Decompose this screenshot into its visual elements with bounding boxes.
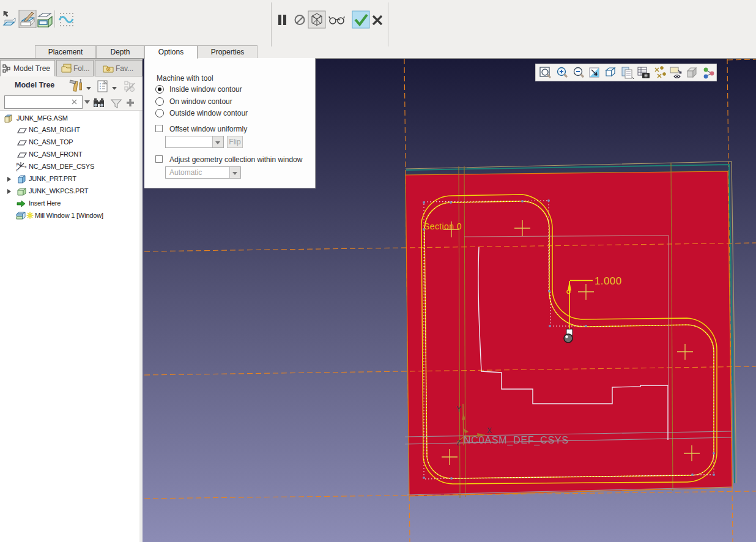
svg-text:x: x	[24, 165, 27, 169]
svg-text:NC0ASM_DEF_CSYS: NC0ASM_DEF_CSYS	[464, 435, 569, 446]
svg-text:1.000: 1.000	[595, 275, 622, 287]
svg-text:z: z	[16, 168, 18, 172]
svg-text:Y: Y	[456, 405, 461, 414]
svg-text:Section 0: Section 0	[424, 221, 462, 231]
svg-text:X: X	[487, 426, 492, 435]
svg-text:Z: Z	[456, 439, 461, 447]
